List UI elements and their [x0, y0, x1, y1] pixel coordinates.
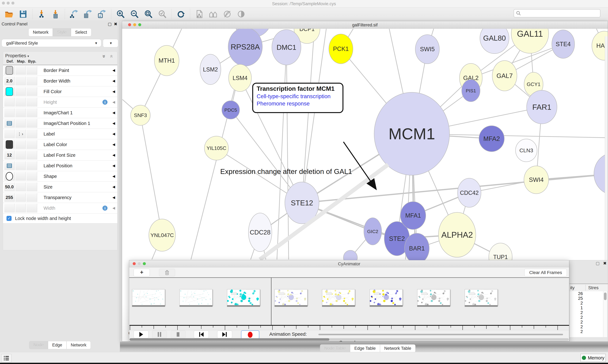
collapse-all-icon[interactable]: « [108, 55, 116, 58]
tab-style[interactable]: Style [53, 28, 71, 36]
table-cell-value[interactable]: 25 [569, 296, 603, 301]
network-node-cln3[interactable]: CLN3 [515, 139, 537, 162]
table-column-stress[interactable]: Stres [588, 285, 598, 290]
property-row-image-chart-position-1[interactable]: Image/Chart Position 1 ◀ [3, 118, 117, 129]
clear-all-frames-button[interactable]: Clear All Frames [525, 269, 567, 276]
frame-thumbnail-3[interactable] [275, 289, 307, 306]
pause-button[interactable] [152, 331, 167, 338]
tab-edge-table[interactable]: Edge Table [350, 344, 380, 352]
network-edge[interactable] [277, 47, 286, 260]
network-node-far1[interactable]: FAR1 [527, 90, 557, 124]
expand-row-icon[interactable]: ◀ [112, 76, 115, 86]
search-input[interactable] [514, 9, 600, 17]
play-button[interactable] [134, 331, 149, 338]
property-row-width[interactable]: Width i ◀ [3, 203, 117, 213]
network-node-ynl047c[interactable]: YNL047C [149, 219, 175, 251]
skip-start-button[interactable] [194, 331, 209, 338]
table-column-ity[interactable]: ity [570, 285, 575, 290]
annotation-link[interactable]: Pheromone response [257, 100, 343, 107]
lock-size-checkbox[interactable]: ✓ [6, 216, 12, 221]
properties-header[interactable]: Properties ▾ [5, 53, 29, 58]
minimize-window-icon[interactable] [133, 23, 136, 26]
expand-row-icon[interactable]: ◀ [112, 86, 115, 97]
default-value[interactable]: 2.0 [6, 78, 13, 83]
default-value-swatch[interactable] [6, 66, 13, 75]
cyanimator-titlebar[interactable]: CyAnimator [129, 260, 569, 268]
close-window-icon[interactable] [128, 23, 131, 26]
property-row-shape[interactable]: Shape ◀ [3, 171, 117, 182]
network-node-cdc42[interactable]: CDC42 [457, 178, 481, 207]
default-value[interactable]: 12 [7, 153, 12, 158]
expand-row-icon[interactable]: ◀ [112, 97, 115, 107]
table-cell-value[interactable]: 2 [569, 301, 603, 305]
minimize-window-icon[interactable] [7, 1, 10, 5]
expand-row-icon[interactable]: ◀ [112, 171, 115, 182]
style-options-button[interactable]: ▼ [103, 39, 118, 47]
table-cell-value[interactable]: 26 [569, 291, 603, 296]
network-node-ste4[interactable]: STE4 [552, 30, 575, 58]
export-table-icon[interactable] [81, 9, 95, 19]
expand-row-icon[interactable]: ◀ [112, 118, 115, 129]
default-value[interactable]: 50.0 [5, 184, 14, 189]
tab-network[interactable]: Network [67, 341, 91, 349]
network-node-snf3[interactable]: SNF3 [131, 105, 150, 125]
style-selector[interactable]: galFiltered Style ▼ [1, 39, 101, 47]
table-cell-value[interactable]: 2 [569, 310, 603, 315]
network-node-alpha2[interactable]: ALPHA2 [438, 212, 476, 257]
position-icon[interactable] [7, 121, 12, 126]
network-node-gic2[interactable]: GIC2 [364, 218, 382, 245]
table-cell-value[interactable]: 2 [569, 320, 603, 325]
zoom-in-icon[interactable] [113, 9, 127, 19]
frame-thumbnail-4[interactable] [322, 289, 355, 306]
tab-network-table[interactable]: Network Table [380, 344, 416, 352]
network-window-titlebar[interactable]: galFiltered.sif [122, 21, 608, 29]
tab-select[interactable]: Select [71, 28, 91, 36]
expand-row-icon[interactable]: ◀ [112, 192, 115, 203]
property-row-border-width[interactable]: 2.0 Border Width ◀ [3, 76, 117, 86]
timeline-playhead[interactable] [271, 278, 271, 325]
zoom-selected-icon[interactable] [155, 9, 169, 19]
expand-all-icon[interactable]: » [100, 55, 109, 58]
task-history-button[interactable] [1, 354, 11, 362]
network-node-gal7[interactable]: GAL7 [492, 61, 517, 91]
property-row-label-font-size[interactable]: 12 Label Font Size ◀ [3, 150, 117, 160]
network-edge[interactable] [302, 29, 315, 203]
frame-thumbnail-0[interactable] [132, 289, 165, 306]
show-details-icon[interactable] [234, 9, 248, 19]
network-node-rps28a[interactable]: RPS28A [228, 29, 262, 66]
property-row-size[interactable]: 50.0 Size ◀ [3, 182, 117, 192]
table-cell-value[interactable]: 2 [569, 315, 603, 320]
group-nodes-icon[interactable] [206, 9, 220, 19]
close-window-icon[interactable] [133, 262, 136, 265]
frame-thumbnail-6[interactable] [417, 289, 450, 306]
zoom-fit-icon[interactable] [141, 9, 155, 19]
annotation-link[interactable]: Cell-type-specific transcription [257, 93, 343, 99]
network-node-pdc5[interactable]: PDC5 [222, 101, 240, 119]
table-cell-value[interactable]: 2 [569, 325, 603, 329]
property-row-border-paint[interactable]: Border Paint ◀ [3, 65, 117, 76]
close-panel-icon[interactable]: ✖ [603, 261, 607, 266]
tab-node[interactable]: Node [29, 341, 48, 349]
tab-edge[interactable]: Edge [48, 341, 67, 349]
expand-row-icon[interactable]: ◀ [112, 129, 115, 139]
expand-row-icon[interactable]: ◀ [112, 107, 115, 118]
network-edge[interactable] [302, 29, 327, 203]
import-table-icon[interactable] [49, 9, 63, 19]
network-node-gal80[interactable]: GAL80 [480, 29, 509, 54]
network-edge[interactable] [286, 47, 289, 260]
expand-row-icon[interactable]: ◀ [112, 139, 115, 150]
expand-row-icon[interactable]: ◀ [112, 65, 115, 76]
float-panel-icon[interactable]: ▢ [108, 22, 112, 26]
float-panel-icon[interactable]: ▢ [596, 261, 600, 266]
stop-button[interactable] [171, 331, 186, 338]
property-row-transparency[interactable]: 255 Transparency ◀ [3, 192, 117, 203]
frame-thumbnail-1[interactable] [180, 289, 212, 306]
expand-row-icon[interactable]: ◀ [112, 150, 115, 160]
minimize-window-icon[interactable] [138, 262, 141, 265]
expand-row-icon[interactable]: ◀ [112, 182, 115, 192]
property-row-label-color[interactable]: Label Color ◀ [3, 139, 117, 150]
refresh-layout-icon[interactable] [174, 9, 188, 19]
tab-node-table[interactable]: Node Table [320, 344, 350, 352]
info-icon[interactable]: i [102, 100, 108, 105]
open-session-icon[interactable] [2, 9, 16, 19]
